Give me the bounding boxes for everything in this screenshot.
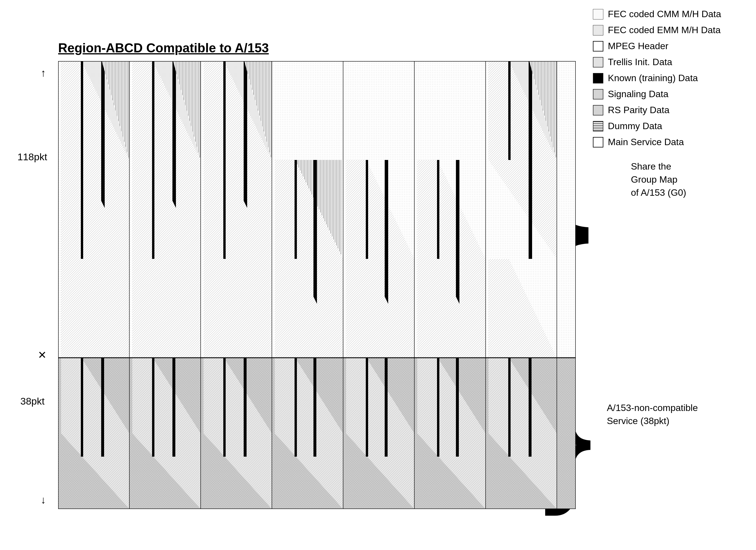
svg-rect-93 [223, 358, 226, 457]
svg-rect-66 [437, 160, 439, 259]
svg-rect-103 [456, 358, 459, 457]
svg-rect-63 [366, 160, 368, 259]
svg-rect-8 [593, 41, 603, 51]
legend-item-known: Known (training) Data [593, 73, 721, 83]
svg-rect-45 [81, 61, 83, 160]
fec-cmm-swatch [593, 9, 603, 19]
rs-parity-swatch [593, 105, 603, 115]
label-38pkt: 38pkt [20, 396, 44, 407]
legend-item-main-service: Main Service Data [593, 137, 721, 147]
legend-item-signaling: Signaling Data [593, 89, 721, 99]
legend-label-main-service: Main Service Data [608, 137, 684, 147]
svg-rect-94 [244, 358, 247, 457]
legend-item-rs-parity: RS Parity Data [593, 105, 721, 115]
svg-rect-1 [593, 9, 603, 19]
svg-rect-69 [529, 61, 532, 259]
main-service-swatch [593, 137, 603, 147]
svg-rect-106 [529, 358, 532, 457]
legend: FEC coded CMM M/H Data FEC coded EMM M/H… [593, 9, 721, 147]
main-diagram-svg [58, 61, 576, 509]
svg-rect-97 [313, 358, 316, 457]
svg-rect-5 [593, 25, 603, 35]
svg-rect-22 [593, 137, 603, 147]
svg-rect-70 [508, 61, 511, 160]
svg-rect-55 [223, 61, 226, 160]
svg-rect-73 [81, 160, 83, 259]
svg-rect-9 [593, 57, 603, 67]
svg-rect-96 [295, 358, 297, 457]
signaling-swatch [593, 89, 603, 99]
svg-rect-76 [152, 160, 154, 259]
svg-rect-87 [81, 358, 83, 457]
label-share-group: Share theGroup Mapof A/153 (G0) [631, 160, 686, 199]
page-container: FEC coded CMM M/H Data FEC coded EMM M/H… [0, 0, 756, 550]
svg-rect-90 [152, 358, 154, 457]
svg-rect-16 [593, 105, 603, 115]
legend-label-dummy: Dummy Data [608, 121, 662, 131]
label-118pkt: 118pkt [17, 151, 47, 163]
mpeg-swatch [593, 41, 603, 51]
svg-rect-91 [172, 358, 175, 457]
svg-rect-60 [295, 160, 297, 259]
svg-rect-99 [366, 358, 368, 457]
legend-label-signaling: Signaling Data [608, 89, 668, 99]
diagram-area: Region-ABCD Compatible to A/153 ↑ 118pkt… [17, 41, 584, 521]
svg-rect-13 [593, 89, 603, 99]
svg-rect-78 [223, 160, 226, 259]
diagram-title: Region-ABCD Compatible to A/153 [58, 41, 584, 55]
diagram-frame: ↑ 118pkt ✕ 38pkt ↓ } } Share theGroup Ma… [58, 61, 576, 509]
arrow-top: ↑ [41, 67, 46, 79]
dummy-swatch [593, 121, 603, 131]
svg-rect-105 [508, 358, 511, 457]
legend-item-dummy: Dummy Data [593, 121, 721, 131]
legend-item-fec-emm: FEC coded EMM M/H Data [593, 25, 721, 35]
legend-label-fec-emm: FEC coded EMM M/H Data [608, 25, 721, 35]
legend-label-mpeg: MPEG Header [608, 41, 668, 51]
svg-rect-100 [385, 358, 388, 457]
legend-item-trellis: Trellis Init. Data [593, 57, 721, 67]
svg-rect-88 [101, 358, 104, 457]
trellis-swatch [593, 57, 603, 67]
legend-label-known: Known (training) Data [608, 73, 698, 83]
svg-rect-50 [152, 61, 154, 160]
label-non-compat: A/153-non-compatibleService (38pkt) [607, 401, 698, 428]
legend-item-fec-cmm: FEC coded CMM M/H Data [593, 9, 721, 19]
svg-rect-12 [593, 73, 603, 83]
legend-label-rs-parity: RS Parity Data [608, 105, 670, 115]
legend-label-trellis: Trellis Init. Data [608, 57, 672, 67]
legend-item-mpeg: MPEG Header [593, 41, 721, 51]
legend-label-fec-cmm: FEC coded CMM M/H Data [608, 9, 721, 19]
fec-emm-swatch [593, 25, 603, 35]
arrow-bottom-x: ✕ [38, 349, 47, 361]
svg-rect-19 [593, 121, 603, 131]
arrow-bottom: ↓ [41, 494, 46, 506]
known-swatch [593, 73, 603, 83]
svg-rect-102 [437, 358, 439, 457]
